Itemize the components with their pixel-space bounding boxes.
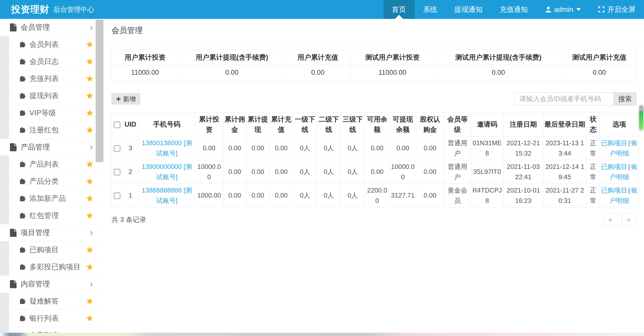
- select-all-checkbox[interactable]: [114, 122, 120, 128]
- cell-status: 正常: [587, 184, 600, 207]
- sidebar-item-register-redpacket[interactable]: 注册红包 ★: [9, 122, 104, 139]
- star-icon[interactable]: ★: [86, 91, 94, 100]
- star-icon[interactable]: ★: [86, 108, 94, 118]
- puzzle-icon: [19, 315, 26, 322]
- nav-fullscreen[interactable]: 开启全屏: [589, 0, 644, 19]
- sidebar-item-label: 充值列表: [29, 74, 59, 84]
- sidebar-section-project-manage[interactable]: 项目管理 ›: [0, 224, 104, 241]
- sidebar-item-duocaitou-purchased[interactable]: 多彩投已购项目 ★: [9, 258, 104, 276]
- row-checkbox[interactable]: [114, 193, 120, 199]
- cell-down3: 0人: [341, 136, 365, 160]
- sidebar-section-label: 项目管理: [21, 228, 50, 238]
- sidebar-section-content-manage[interactable]: 内容管理 ›: [0, 276, 104, 293]
- cell-down1: 0人: [293, 160, 317, 184]
- nav-user-menu[interactable]: admin: [536, 0, 589, 19]
- star-icon[interactable]: ★: [86, 296, 94, 306]
- star-icon[interactable]: ★: [86, 211, 94, 220]
- add-button[interactable]: 新增: [112, 93, 140, 104]
- cell-register-date: 2021-11-03 22:41: [504, 160, 543, 184]
- sidebar-item-bank-list[interactable]: 银行列表 ★: [9, 310, 104, 327]
- star-icon[interactable]: ★: [86, 74, 94, 83]
- star-icon[interactable]: ★: [86, 57, 94, 66]
- chevron-right-icon: ›: [90, 280, 93, 288]
- sidebar-item-add-product[interactable]: 添加新产品 ★: [9, 190, 104, 207]
- sidebar-scrollbar-thumb[interactable]: [96, 20, 103, 162]
- sidebar-item-product-category[interactable]: 产品分类 ★: [9, 173, 104, 190]
- table-row: 1 13888888888 [测试账号] 1000.00 0.00 0.00 0…: [112, 184, 639, 207]
- sidebar-item-label: 添加新产品: [29, 194, 66, 204]
- nav-recharge-notice[interactable]: 充值通知: [491, 0, 536, 19]
- puzzle-icon: [19, 92, 26, 99]
- file-icon: [10, 143, 17, 151]
- cell-recharge: 0.00: [269, 184, 293, 207]
- star-icon[interactable]: ★: [86, 245, 94, 254]
- star-icon[interactable]: ★: [86, 262, 94, 272]
- options-separator: |: [627, 163, 631, 170]
- stats-value-cell: 0.00: [435, 65, 562, 81]
- file-icon: [10, 229, 17, 237]
- user-name: admin: [554, 6, 573, 14]
- search-button[interactable]: 搜索: [614, 92, 636, 105]
- sidebar-item-label: 产品列表: [29, 159, 59, 169]
- cell-status: 正常: [587, 136, 600, 160]
- nav-system[interactable]: 系统: [415, 0, 446, 19]
- sidebar-submenu: 产品列表 ★ 产品分类 ★ 添加新产品 ★ 红包管理 ★: [0, 156, 104, 224]
- sidebar-item-member-list[interactable]: 会员列表 ★: [9, 36, 104, 53]
- star-icon[interactable]: ★: [86, 160, 94, 169]
- sidebar-submenu: 疑难解答 ★ 银行列表 ★ 文章列表 ★: [0, 293, 104, 336]
- phone-link[interactable]: 13888888888 [测试账号]: [142, 186, 192, 204]
- row-checkbox[interactable]: [114, 145, 120, 152]
- star-icon[interactable]: ★: [86, 194, 94, 203]
- star-icon[interactable]: ★: [86, 40, 94, 49]
- cell-level: 黄金会员: [444, 184, 471, 207]
- sidebar-item-purchased-projects[interactable]: 已购项目 ★: [9, 241, 104, 258]
- puzzle-icon: [19, 161, 26, 168]
- phone-link[interactable]: 13800138000 [测试账号]: [142, 139, 192, 157]
- search-input[interactable]: [515, 92, 614, 105]
- page-title: 会员管理: [112, 25, 143, 36]
- col-withdraw: 累计提现: [246, 113, 269, 136]
- bottom-scrollbar[interactable]: [0, 333, 644, 336]
- cell-options: 已购项目|账户明细: [600, 136, 639, 160]
- purchased-projects-link[interactable]: 已购项目: [601, 186, 627, 194]
- phone-link[interactable]: 13900000000 [测试账号]: [142, 163, 192, 180]
- star-icon[interactable]: ★: [86, 314, 94, 323]
- sidebar-item-faq[interactable]: 疑难解答 ★: [9, 293, 104, 310]
- sidebar-item-vip-level[interactable]: VIP等级 ★: [9, 104, 104, 122]
- sidebar-item-redpacket-manage[interactable]: 红包管理 ★: [9, 207, 104, 224]
- cell-uid: 2: [122, 160, 139, 184]
- sidebar-item-recharge-list[interactable]: 充值列表 ★: [9, 70, 104, 87]
- row-checkbox[interactable]: [114, 169, 120, 175]
- star-icon[interactable]: ★: [86, 177, 94, 186]
- purchased-projects-link[interactable]: 已购项目: [601, 163, 627, 170]
- puzzle-icon: [19, 212, 26, 219]
- puzzle-icon: [19, 58, 26, 65]
- sidebar-item-product-list[interactable]: 产品列表 ★: [9, 156, 104, 173]
- cell-balance: 0.00: [365, 136, 390, 160]
- sidebar-item-label: 红包管理: [29, 211, 59, 221]
- sidebar-item-withdraw-list[interactable]: 提现列表 ★: [9, 87, 104, 104]
- chevron-right-icon: ›: [90, 143, 93, 151]
- sidebar-item-label: 会员列表: [29, 40, 59, 50]
- stats-header-cell: 用户累计投资: [112, 50, 178, 65]
- nav-home[interactable]: 首页: [383, 0, 415, 19]
- cell-options: 已购项目|账户明细: [600, 160, 639, 184]
- col-down2: 二级下线: [317, 113, 341, 136]
- cell-equity: 0.00: [416, 160, 444, 184]
- window-scrollbar-thumb[interactable]: [639, 105, 643, 130]
- stats-value-cell: 0.00: [178, 65, 285, 81]
- cell-invite-code: 01N31ME8: [471, 136, 504, 160]
- sidebar-section-member-manage[interactable]: 会员管理 ›: [0, 19, 104, 36]
- star-icon[interactable]: ★: [86, 125, 94, 135]
- cell-commission: 0.00: [223, 136, 246, 160]
- pagination-prev-button[interactable]: «: [603, 213, 618, 226]
- cell-withdrawable: 0.00: [390, 136, 416, 160]
- cell-recharge: 0.00: [269, 160, 293, 184]
- cell-down1: 0人: [293, 184, 317, 207]
- app-subtitle: 后台管理中心: [53, 5, 94, 14]
- sidebar-item-member-log[interactable]: 会员日志 ★: [9, 53, 104, 70]
- purchased-projects-link[interactable]: 已购项目: [601, 139, 627, 147]
- sidebar-section-product-manage[interactable]: 产品管理 ›: [0, 139, 104, 156]
- nav-withdraw-notice[interactable]: 提现通知: [446, 0, 491, 19]
- pagination-next-button[interactable]: »: [622, 213, 636, 226]
